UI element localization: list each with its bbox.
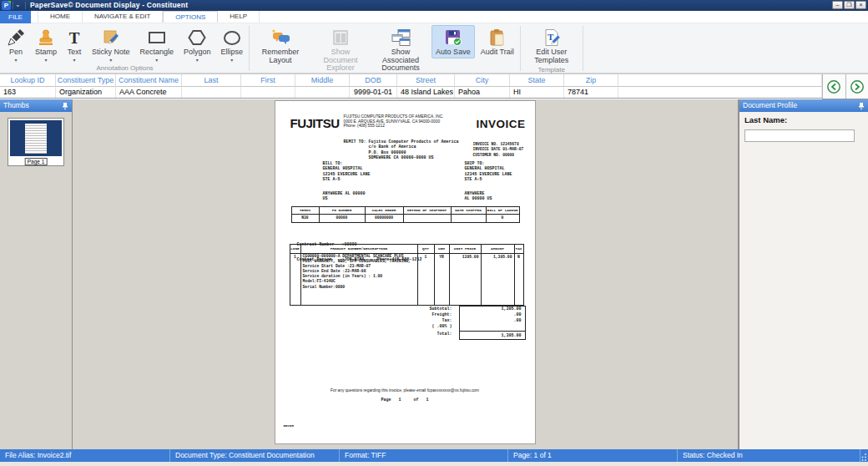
show-document-explorer-icon xyxy=(331,28,350,48)
cell-filler xyxy=(618,87,822,98)
edit-user-templates-label: Edit User Templates xyxy=(527,48,577,64)
column-header-state[interactable]: State xyxy=(510,74,564,87)
cell-lookup-id[interactable]: 163 xyxy=(0,87,56,98)
sticky-note-icon xyxy=(102,28,120,48)
document-viewer[interactable]: FUJITSU FUJITSU COMPUTER PRODUCTS OF AME… xyxy=(73,99,736,449)
chevron-down-icon[interactable]: ▾ xyxy=(196,58,199,63)
svg-text:T: T xyxy=(548,32,554,42)
column-header-lookup-id[interactable]: Lookup ID xyxy=(0,74,56,87)
invoice-page: FUJITSU FUJITSU COMPUTER PRODUCTS OF AME… xyxy=(275,100,536,444)
record-navigation xyxy=(822,73,868,99)
tab-help[interactable]: HELP xyxy=(218,11,260,23)
chevron-down-icon[interactable]: ▾ xyxy=(155,58,158,63)
previous-record-button[interactable] xyxy=(822,74,845,99)
audit-trail-label: Audit Trail xyxy=(481,48,514,57)
invoice-title: INVOICE xyxy=(466,122,526,127)
invoice-company-address: FUJITSU COMPUTER PRODUCTS OF AMERICA, IN… xyxy=(344,114,444,129)
titlebar-divider xyxy=(13,2,13,9)
cell-street[interactable]: 48 Island Lakes S xyxy=(397,87,455,98)
polygon-button[interactable]: Polygon ▾ xyxy=(179,25,215,64)
status-checkin: Status: Checked In xyxy=(678,449,860,462)
chevron-down-icon[interactable]: ▾ xyxy=(14,58,17,63)
tab-navigate-edit[interactable]: NAVIGATE & EDIT xyxy=(83,11,163,23)
app-icon[interactable]: P xyxy=(2,1,11,10)
ribbon-tab-bar: FILE HOME NAVIGATE & EDIT OPTIONS HELP xyxy=(0,11,868,23)
titlebar-divider xyxy=(25,2,26,9)
quick-access-dropdown-icon[interactable]: ⌄ xyxy=(15,0,21,10)
tab-options[interactable]: OPTIONS xyxy=(163,11,218,23)
annotation-options-group-label: Annotation Options xyxy=(2,64,248,73)
stamp-label: Stamp xyxy=(35,48,57,57)
edit-user-templates-button[interactable]: T Edit User Templates xyxy=(522,25,581,66)
cell-first[interactable] xyxy=(241,87,295,98)
remember-layout-icon xyxy=(270,28,291,48)
column-header-constituent-type[interactable]: Constituent Type xyxy=(56,74,116,87)
cell-city[interactable]: Pahoa xyxy=(455,87,510,98)
tab-file[interactable]: FILE xyxy=(0,11,31,23)
column-header-middle[interactable]: Middle xyxy=(295,74,350,87)
ship-to-block: SHIP TO: GENERAL HOSPITAL 12345 EVERCURE… xyxy=(465,161,512,182)
column-header-dob[interactable]: DOB xyxy=(350,74,397,87)
thumbs-panel-header: Thumbs xyxy=(0,99,72,112)
fujitsu-logo: FUJITSU xyxy=(290,121,340,126)
tab-home[interactable]: HOME xyxy=(38,11,83,23)
circle-arrow-left-icon xyxy=(826,79,841,94)
template-group: T Edit User Templates Template xyxy=(522,23,582,73)
last-name-label: Last Name: xyxy=(744,115,863,124)
rectangle-icon xyxy=(149,28,165,48)
ellipse-icon xyxy=(224,28,240,48)
thumbs-panel-title: Thumbs xyxy=(3,99,29,112)
ellipse-button[interactable]: Ellipse ▾ xyxy=(217,25,248,64)
terms-table: TERMS PO NUMBER SALES ORDER METHOD OF SH… xyxy=(291,206,520,223)
line-items-table: LINE PRODUCT NUMBER/DESCRIPTION QTY UOM … xyxy=(290,244,524,306)
remember-layout-button[interactable]: Remember Layout xyxy=(251,25,310,66)
status-file-alias: File Alias: Invoice2.tif xyxy=(0,449,170,462)
chevron-down-icon[interactable]: ▾ xyxy=(73,58,76,63)
cell-constituent-name[interactable]: AAA Concrete xyxy=(116,87,182,98)
column-header-constituent-name[interactable]: Constituent Name xyxy=(116,74,182,87)
cell-last[interactable] xyxy=(182,87,241,98)
next-record-button[interactable] xyxy=(845,74,868,99)
sticky-note-button[interactable]: Sticky Note ▾ xyxy=(88,25,134,64)
close-button[interactable]: × xyxy=(855,1,866,9)
column-header-city[interactable]: City xyxy=(455,74,510,87)
ribbon: Pen ▾ Stamp ▾ T T xyxy=(0,23,868,73)
last-name-input[interactable] xyxy=(744,129,855,142)
cell-zip[interactable]: 78741 xyxy=(564,87,618,98)
text-button[interactable]: T Text ▾ xyxy=(63,25,86,64)
invoice-meta: INVOICE NO. 12345678 INVOICE DATE 01-MAR… xyxy=(473,142,524,158)
invoice-page-number: Page 1 of 1 xyxy=(275,398,535,403)
chevron-down-icon[interactable]: ▾ xyxy=(45,58,48,63)
column-header-last[interactable]: Last xyxy=(182,74,241,87)
pin-icon[interactable] xyxy=(858,102,865,110)
cell-dob[interactable]: 9999-01-01 xyxy=(350,87,397,98)
chevron-down-icon[interactable]: ▾ xyxy=(230,58,233,63)
auto-save-button[interactable]: Auto Save xyxy=(431,25,475,58)
show-associated-documents-button[interactable]: Show Associated Documents xyxy=(371,25,430,74)
thumbs-panel: Thumbs Page 1 xyxy=(0,99,73,449)
page-thumbnail[interactable]: Page 1 xyxy=(8,118,64,166)
papersave-window: P ⌄ PaperSave© Document Display - Consti… xyxy=(0,0,868,466)
auto-save-icon xyxy=(444,28,462,48)
minimize-button[interactable]: – xyxy=(832,1,843,9)
pin-icon[interactable] xyxy=(62,102,68,110)
column-header-first[interactable]: First xyxy=(241,74,295,87)
other-options-group: Remember Layout Show Document Explorer xyxy=(250,23,519,73)
stamp-button[interactable]: Stamp ▾ xyxy=(31,25,61,64)
pen-button[interactable]: Pen ▾ xyxy=(3,25,29,64)
column-header-street[interactable]: Street xyxy=(397,74,455,87)
resize-grip-icon[interactable] xyxy=(860,453,867,461)
restore-button[interactable]: ❐ xyxy=(844,1,855,9)
cell-state[interactable]: HI xyxy=(510,87,564,98)
column-header-zip[interactable]: Zip xyxy=(564,74,618,87)
remember-layout-label: Remember Layout xyxy=(255,48,305,64)
rectangle-button[interactable]: Rectangle ▾ xyxy=(136,25,179,64)
audit-trail-button[interactable]: Audit Trail xyxy=(477,25,518,58)
cell-middle[interactable] xyxy=(295,87,350,98)
remit-to-label: REMIT TO: xyxy=(344,139,366,144)
thumbnail-page-label[interactable]: Page 1 xyxy=(25,158,48,165)
totals-labels: Subtotal: Freight: Tax: ( .00% ) Total: xyxy=(374,306,452,338)
text-label: Text xyxy=(68,48,82,57)
chevron-down-icon[interactable]: ▾ xyxy=(109,58,112,63)
cell-constituent-type[interactable]: Organization xyxy=(56,87,116,98)
